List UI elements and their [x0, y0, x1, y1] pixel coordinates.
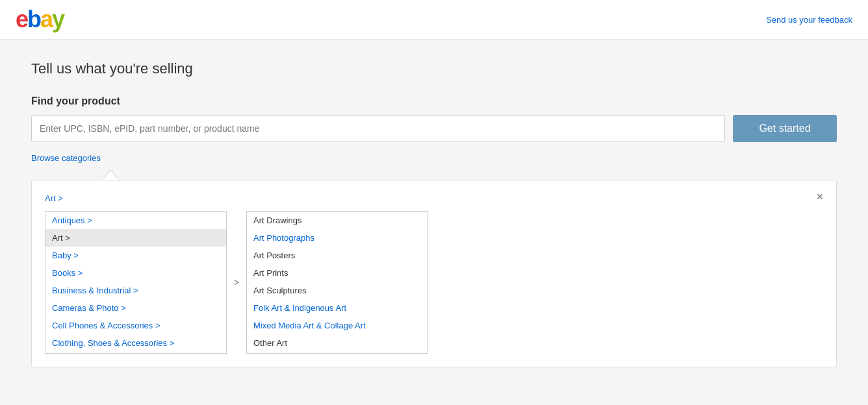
sub-category-item[interactable]: Folk Art & Indigenous Art [247, 299, 428, 317]
sub-category-item[interactable]: Mixed Media Art & Collage Art [247, 317, 428, 334]
sub-category-item[interactable]: Art Drawings [247, 212, 428, 229]
category-breadcrumb: Art > [45, 193, 823, 203]
main-category-item[interactable]: Books > [45, 264, 226, 282]
main-category-item[interactable]: Art > [45, 229, 226, 247]
main-content: Tell us what you're selling Find your pr… [0, 40, 868, 388]
main-category-list-wrapper: Antiques >Art >Baby >Books >Business & I… [45, 211, 227, 354]
logo-a: a [40, 6, 52, 32]
main-category-list: Antiques >Art >Baby >Books >Business & I… [45, 211, 227, 354]
main-category-item[interactable]: Cell Phones & Accessories > [45, 317, 226, 334]
main-category-item[interactable]: Clothing, Shoes & Accessories > [45, 334, 226, 352]
sub-category-item[interactable]: Art Photographs [247, 229, 428, 247]
dropdown-arrow [103, 171, 118, 180]
logo-b: b [27, 6, 40, 32]
search-row: Get started [31, 115, 837, 142]
main-category-item[interactable]: Business & Industrial > [45, 282, 226, 299]
page-title: Tell us what you're selling [31, 60, 837, 77]
close-button[interactable]: × [816, 191, 823, 202]
product-search-input[interactable] [31, 115, 725, 142]
ebay-logo: ebay [16, 8, 64, 31]
browse-categories-link[interactable]: Browse categories [31, 153, 101, 163]
sub-category-item[interactable]: Other Art [247, 334, 428, 352]
logo-y: y [52, 6, 64, 32]
logo-e: e [16, 6, 27, 32]
sub-category-item[interactable]: Art Posters [247, 247, 428, 264]
feedback-link[interactable]: Send us your feedback [766, 15, 852, 25]
main-category-item[interactable]: Cameras & Photo > [45, 299, 226, 317]
sub-category-list: Art DrawingsArt PhotographsArt PostersAr… [246, 211, 428, 354]
header: ebay Send us your feedback [0, 0, 868, 40]
main-category-item[interactable]: Antiques > [45, 212, 226, 229]
category-panel: Art > × Antiques >Art >Baby >Books >Busi… [31, 180, 837, 367]
lists-container: Antiques >Art >Baby >Books >Business & I… [45, 211, 823, 354]
sub-category-item[interactable]: Art Prints [247, 264, 428, 282]
get-started-button[interactable]: Get started [733, 115, 837, 142]
sub-category-list-wrapper: Art DrawingsArt PhotographsArt PostersAr… [246, 211, 428, 354]
find-product-label: Find your product [31, 95, 837, 107]
main-category-item[interactable]: Baby > [45, 247, 226, 264]
subcategory-arrow: > [227, 211, 246, 354]
sub-category-item[interactable]: Art Sculptures [247, 282, 428, 299]
